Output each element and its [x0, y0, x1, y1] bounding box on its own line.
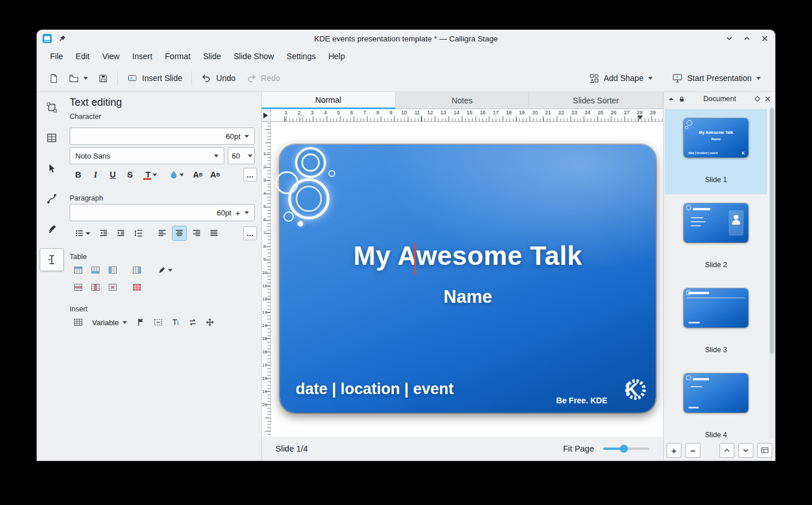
insert-table-button[interactable]: [71, 315, 86, 330]
superscript-button[interactable]: AB: [190, 167, 205, 182]
slide-thumbnail[interactable]: [684, 373, 748, 413]
slide-list-item-4[interactable]: Slide 4: [665, 364, 767, 440]
frames-tool-button[interactable]: [40, 126, 64, 149]
character-size-combo[interactable]: 60pt: [70, 128, 255, 145]
insert-column-left-button[interactable]: [105, 263, 120, 277]
undo-button[interactable]: Undo: [196, 70, 240, 86]
calligraphy-tool-button[interactable]: [40, 218, 64, 241]
zoom-mode-label[interactable]: Fit Page: [563, 444, 594, 453]
bullet-list-button[interactable]: [71, 226, 94, 241]
slide-list-item-1[interactable]: My Awesome Talk Name date | location | e…: [665, 109, 767, 194]
more-paragraph-options-button[interactable]: …: [243, 226, 257, 240]
slide-label[interactable]: Slide 3: [705, 346, 727, 354]
vertical-ruler[interactable]: 1234567891011121314151617181920: [262, 122, 271, 437]
remove-slide-button[interactable]: −: [685, 443, 700, 458]
delete-column-button[interactable]: [88, 280, 103, 295]
insert-column-right-button[interactable]: [129, 263, 144, 277]
menu-edit[interactable]: Edit: [70, 49, 95, 64]
insert-text-button[interactable]: [168, 315, 183, 330]
slide-thumbnail[interactable]: [684, 203, 748, 242]
docker-detach-icon[interactable]: [754, 96, 760, 102]
window-maximize-icon[interactable]: [742, 34, 752, 43]
strikethrough-button[interactable]: S: [122, 167, 137, 182]
bold-button[interactable]: B: [71, 167, 86, 182]
font-size-spinner[interactable]: 60: [228, 147, 255, 164]
delete-row-button[interactable]: [71, 280, 86, 295]
bookmark-flag-button[interactable]: [133, 315, 148, 330]
slide-subtitle-text[interactable]: Name: [280, 287, 656, 307]
italic-button[interactable]: I: [88, 167, 103, 182]
align-center-button[interactable]: [172, 226, 187, 241]
indent-less-button[interactable]: [96, 226, 111, 241]
redo-button[interactable]: Redo: [241, 70, 285, 86]
shape-tool-button[interactable]: [40, 96, 64, 119]
add-slide-button[interactable]: +: [667, 443, 681, 458]
slide-editing-area[interactable]: My Awesome Talk Name date | location | e…: [280, 145, 656, 413]
connector-tool-button[interactable]: [40, 187, 64, 210]
scrollbar-thumb[interactable]: [770, 108, 774, 354]
titlebar[interactable]: KDE events presentation template * — Cal…: [37, 30, 775, 47]
open-document-button[interactable]: [64, 70, 93, 87]
swap-button[interactable]: [185, 315, 200, 330]
slide-label[interactable]: Slide 4: [705, 431, 727, 439]
zoom-slider-handle[interactable]: [620, 445, 628, 453]
menu-slide-show[interactable]: Slide Show: [228, 49, 279, 64]
save-button[interactable]: [93, 70, 113, 87]
zoom-slider[interactable]: [603, 448, 649, 450]
tab-notes[interactable]: Notes: [396, 92, 530, 109]
slide-thumbnail[interactable]: My Awesome Talk Name date | location | e…: [684, 118, 748, 157]
slide-list-item-2[interactable]: Slide 2: [665, 194, 767, 279]
slide-canvas[interactable]: My Awesome Talk Name date | location | e…: [271, 122, 663, 437]
docker-scrollbar[interactable]: [769, 107, 775, 439]
horizontal-ruler[interactable]: 1234567891011121314151617181920212223242…: [271, 109, 663, 122]
subscript-button[interactable]: AB: [208, 167, 223, 182]
slide-tagline-text[interactable]: Be Free. KDE: [556, 396, 607, 405]
menu-view[interactable]: View: [97, 49, 125, 64]
slides-view-button[interactable]: [757, 443, 772, 458]
new-document-button[interactable]: [44, 70, 64, 87]
tab-normal[interactable]: Normal: [262, 92, 396, 109]
ruler-marker-open[interactable]: [298, 115, 304, 119]
slide-label[interactable]: Slide 1: [705, 176, 727, 184]
menu-format[interactable]: Format: [159, 49, 196, 64]
line-spacing-button[interactable]: [131, 226, 145, 241]
insert-slide-button[interactable]: Insert Slide: [122, 70, 187, 86]
text-tool-button[interactable]: [40, 248, 64, 271]
align-right-button[interactable]: [189, 226, 204, 241]
lock-icon[interactable]: [679, 96, 685, 102]
menu-settings[interactable]: Settings: [281, 49, 321, 64]
section-button[interactable]: [151, 315, 166, 330]
variable-dropdown[interactable]: Variable: [88, 315, 131, 330]
text-color-button[interactable]: T: [140, 167, 163, 182]
indent-more-button[interactable]: [113, 226, 128, 241]
align-justify-button[interactable]: [206, 226, 221, 241]
move-slide-up-button[interactable]: [719, 443, 734, 458]
more-character-options-button[interactable]: …: [243, 168, 257, 182]
docker-float-icon[interactable]: [668, 96, 674, 102]
font-family-combo[interactable]: Noto Sans: [70, 147, 224, 164]
align-left-button[interactable]: [155, 226, 170, 241]
start-presentation-button[interactable]: Start Presentation: [667, 70, 766, 87]
expand-button[interactable]: [202, 315, 217, 330]
slide-footer-text[interactable]: date | location | event: [296, 380, 454, 398]
menu-insert[interactable]: Insert: [127, 49, 158, 64]
menu-help[interactable]: Help: [323, 49, 351, 64]
add-shape-button[interactable]: Add Shape: [584, 70, 658, 87]
selection-tool-button[interactable]: [40, 157, 64, 180]
underline-button[interactable]: U: [105, 167, 120, 182]
table-border-pen-button[interactable]: [154, 263, 177, 277]
insert-row-below-button[interactable]: [88, 263, 103, 277]
ruler-marker-dark[interactable]: [637, 115, 643, 119]
paragraph-size-combo[interactable]: 60pt +: [70, 204, 255, 221]
docker-close-icon[interactable]: [765, 96, 771, 102]
window-shade-icon[interactable]: [725, 34, 734, 43]
slide-title-text[interactable]: My Awesome Talk: [280, 240, 656, 271]
slide-label[interactable]: Slide 2: [705, 261, 727, 269]
slide-thumbnail[interactable]: [684, 288, 748, 327]
highlight-color-button[interactable]: [165, 167, 188, 182]
insert-row-above-button[interactable]: [71, 263, 86, 277]
delete-table-button[interactable]: [129, 280, 144, 295]
tab-slides-sorter[interactable]: Slides Sorter: [529, 92, 663, 109]
menu-file[interactable]: File: [44, 49, 69, 64]
slide-list-item-3[interactable]: Slide 3: [665, 279, 767, 364]
